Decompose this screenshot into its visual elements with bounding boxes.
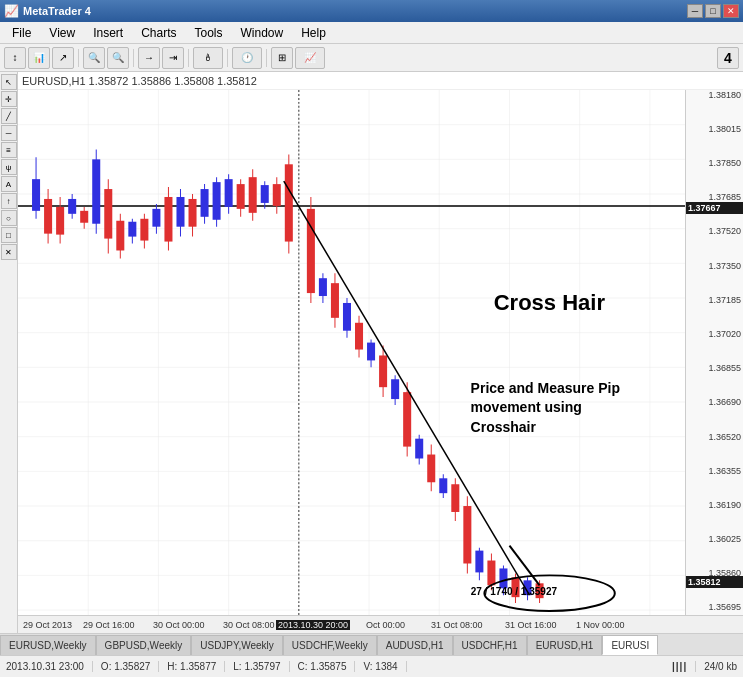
tab-audusd-h1[interactable]: AUDUSD,H1 [377, 635, 453, 655]
price-annotation-text: Price and Measure Pip [471, 379, 620, 399]
status-open: O: 1.35827 [101, 661, 159, 672]
toolbar-btn-2[interactable]: 📊 [28, 47, 50, 69]
status-high: H: 1.35877 [167, 661, 225, 672]
price-axis: 1.38180 1.38015 1.37850 1.37685 1.37520 … [685, 90, 743, 615]
chart-canvas[interactable]: Cross Hair Price and Measure Pip movemen… [18, 90, 685, 615]
svg-rect-98 [463, 506, 471, 563]
svg-rect-66 [261, 185, 269, 203]
timeline: 29 Oct 2013 29 Oct 16:00 30 Oct 00:00 30… [18, 615, 743, 633]
price-label-2: 1.37850 [708, 158, 741, 168]
price-annotation: Price and Measure Pip movement using Cro… [471, 379, 620, 438]
chart-header: EURUSD,H1 1.35872 1.35886 1.35808 1.3581… [18, 72, 743, 90]
price-label-4: 1.37520 [708, 226, 741, 236]
maximize-button[interactable]: □ [705, 4, 721, 18]
crosshair-annotation: Cross Hair [494, 290, 605, 316]
left-btn-fib[interactable]: ψ [1, 159, 17, 175]
svg-rect-90 [415, 439, 423, 459]
svg-rect-48 [152, 209, 160, 227]
toolbar-sep-4 [227, 49, 228, 67]
tab-eurusd-h1[interactable]: EURUSD,H1 [527, 635, 603, 655]
toolbar-sep-5 [266, 49, 267, 67]
toolbar-chart[interactable]: 📈 [295, 47, 325, 69]
svg-rect-92 [427, 455, 435, 483]
tab-usdjpy-weekly[interactable]: USDJPY,Weekly [191, 635, 283, 655]
time-label-1: 29 Oct 16:00 [83, 620, 135, 630]
toolbar-btn-5[interactable]: ⇥ [162, 47, 184, 69]
svg-rect-96 [451, 484, 459, 512]
svg-rect-36 [80, 211, 88, 223]
svg-rect-32 [56, 207, 64, 235]
svg-rect-0 [18, 90, 685, 615]
toolbar: ↕ 📊 ↗ 🔍 🔍 → ⇥ 🕯 🕐 ⊞ 📈 4 [0, 44, 743, 72]
left-btn-ellipse[interactable]: ○ [1, 210, 17, 226]
price-label-6: 1.37185 [708, 295, 741, 305]
status-bar-icon: |||| [672, 661, 696, 672]
time-label-2: 30 Oct 00:00 [153, 620, 205, 630]
menu-file[interactable]: File [4, 24, 39, 42]
menu-help[interactable]: Help [293, 24, 334, 42]
price-label-3: 1.37685 [708, 192, 741, 202]
minimize-button[interactable]: ─ [687, 4, 703, 18]
toolbar-zoom-in[interactable]: 🔍 [83, 47, 105, 69]
time-label-7: 1 Nov 00:00 [576, 620, 625, 630]
toolbar-sep-1 [78, 49, 79, 67]
svg-rect-68 [273, 184, 281, 206]
svg-rect-70 [285, 164, 293, 241]
left-btn-arrow[interactable]: ↑ [1, 193, 17, 209]
left-btn-channel[interactable]: ≡ [1, 142, 17, 158]
tab-gbpusd-weekly[interactable]: GBPUSD,Weekly [96, 635, 192, 655]
left-btn-rect[interactable]: □ [1, 227, 17, 243]
tab-eurusi-active[interactable]: EURUSI [602, 635, 658, 655]
chart-svg [18, 90, 685, 615]
price-label-13: 1.36025 [708, 534, 741, 544]
price-label-11: 1.36355 [708, 466, 741, 476]
svg-rect-80 [355, 323, 363, 350]
tab-eurusd-weekly[interactable]: EURUSD,Weekly [0, 635, 96, 655]
menu-insert[interactable]: Insert [85, 24, 131, 42]
tab-bar: EURUSD,Weekly GBPUSD,Weekly USDJPY,Weekl… [0, 633, 743, 655]
left-btn-text[interactable]: A [1, 176, 17, 192]
tab-usdchf-weekly[interactable]: USDCHF,Weekly [283, 635, 377, 655]
toolbar-clock[interactable]: 🕐 [232, 47, 262, 69]
svg-rect-76 [331, 283, 339, 318]
toolbar-candle[interactable]: 🕯 [193, 47, 223, 69]
toolbar-extra[interactable]: 4 [717, 47, 739, 69]
menu-view[interactable]: View [41, 24, 83, 42]
svg-rect-88 [403, 392, 411, 446]
price-label-0: 1.38180 [708, 90, 741, 100]
left-btn-crosshair[interactable]: ✛ [1, 91, 17, 107]
left-btn-hline[interactable]: ─ [1, 125, 17, 141]
title-bar-controls[interactable]: ─ □ ✕ [687, 4, 739, 18]
close-button[interactable]: ✕ [723, 4, 739, 18]
svg-rect-78 [343, 303, 351, 331]
left-btn-delete[interactable]: ✕ [1, 244, 17, 260]
toolbar-btn-1[interactable]: ↕ [4, 47, 26, 69]
title-bar-title: MetaTrader 4 [23, 5, 91, 17]
menu-tools[interactable]: Tools [187, 24, 231, 42]
status-info: 24/0 kb [704, 661, 737, 672]
toolbar-sep-3 [188, 49, 189, 67]
tab-usdchf-h1[interactable]: USDCHF,H1 [453, 635, 527, 655]
svg-rect-34 [68, 199, 76, 214]
svg-rect-100 [475, 551, 483, 573]
title-bar-left: 📈 MetaTrader 4 [4, 4, 91, 18]
left-toolbar: ↖ ✛ ╱ ─ ≡ ψ A ↑ ○ □ ✕ [0, 72, 18, 633]
time-label-6: 31 Oct 16:00 [505, 620, 557, 630]
svg-rect-86 [391, 379, 399, 399]
toolbar-zoom-out[interactable]: 🔍 [107, 47, 129, 69]
price-annotation-text3: Crosshair [471, 418, 620, 438]
toolbar-btn-3[interactable]: ↗ [52, 47, 74, 69]
toolbar-grid[interactable]: ⊞ [271, 47, 293, 69]
svg-rect-40 [104, 189, 112, 239]
menu-window[interactable]: Window [233, 24, 292, 42]
left-btn-line[interactable]: ╱ [1, 108, 17, 124]
svg-rect-74 [319, 278, 327, 296]
svg-rect-102 [487, 561, 495, 586]
left-btn-cursor[interactable]: ↖ [1, 74, 17, 90]
price-label-1: 1.38015 [708, 124, 741, 134]
svg-rect-94 [439, 478, 447, 493]
toolbar-btn-4[interactable]: → [138, 47, 160, 69]
status-close: C: 1.35875 [298, 661, 356, 672]
svg-rect-64 [249, 177, 257, 213]
menu-charts[interactable]: Charts [133, 24, 184, 42]
